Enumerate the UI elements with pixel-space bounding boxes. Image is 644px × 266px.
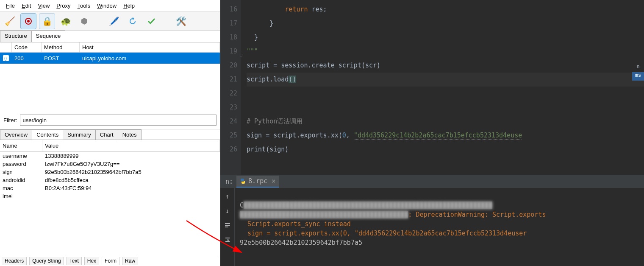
table-row[interactable]: {} 200 POST uicapi.yoloho.com (0, 53, 220, 64)
filter-row: Filter: (0, 111, 220, 129)
view-tabs: Structure Sequence (0, 31, 220, 42)
console-result-hash: 92e5b00b26642b2102359642bf7bb7a5 (240, 239, 362, 246)
tab-contents[interactable]: Contents (32, 129, 63, 140)
tab-summary[interactable]: Summary (63, 129, 96, 140)
cell-name: password (0, 160, 42, 168)
arrow-up-icon[interactable]: ↑ (223, 192, 232, 201)
console-gutter: ↑ ↓ (220, 188, 235, 266)
cell-value: 13388889999 (42, 152, 220, 160)
detail-tabs: Overview Contents Summary Chart Notes (0, 129, 220, 140)
menu-proxy[interactable]: Proxy (54, 2, 73, 10)
tab-raw[interactable]: Raw (122, 257, 138, 265)
cell-host: uicapi.yoloho.com (80, 53, 220, 63)
code-area[interactable]: return res; } }"""script = session.creat… (241, 0, 644, 175)
table-row[interactable]: macB0:2A:43:FC:59:94 (0, 184, 220, 192)
tab-hex[interactable]: Hex (84, 257, 99, 265)
console-tab-prefix: n: (225, 178, 233, 185)
cell-method: POST (42, 53, 80, 63)
table-row[interactable]: username13388889999 (0, 152, 220, 160)
tab-sequence[interactable]: Sequence (31, 31, 66, 42)
console-tab[interactable]: 8.rpc × (236, 176, 279, 188)
request-table-header: Code Method Host (0, 42, 220, 53)
menu-file[interactable]: File (3, 2, 17, 10)
json-icon: {} (0, 53, 12, 63)
refresh-icon[interactable] (125, 13, 141, 29)
table-row[interactable]: androididdfbe8cd5b5cffeca (0, 176, 220, 184)
tab-headers[interactable]: Headers (2, 257, 27, 265)
col-host[interactable]: Host (80, 42, 220, 52)
svg-text:{}: {} (4, 56, 7, 61)
cell-name: androidid (0, 176, 42, 184)
turtle-icon[interactable]: 🐢 (58, 13, 74, 29)
cell-value: 92e5b00b26642b2102359642bf7bb7a5 (42, 168, 220, 176)
line-gutter: 16171819⊟20212223242526 (220, 0, 241, 175)
table-row[interactable]: imei (0, 192, 220, 200)
python-icon (240, 178, 246, 184)
body-format-tabs: Headers Query String Text Hex Form Raw (0, 256, 220, 266)
menu-help[interactable]: Help (121, 2, 137, 10)
hex-icon[interactable] (76, 13, 92, 29)
col-code[interactable]: Code (12, 42, 42, 52)
broom-icon[interactable]: 🧹 (2, 13, 18, 29)
cell-value (42, 192, 220, 200)
tab-query-string[interactable]: Query String (29, 257, 64, 265)
svg-rect-6 (225, 225, 230, 226)
col-method[interactable]: Method (42, 42, 80, 52)
menu-tools[interactable]: Tools (75, 2, 93, 10)
cell-code: 200 (12, 53, 42, 63)
cell-value: Izwi7Fk7u8Ge5O7yV3U27g== (42, 160, 220, 168)
toolbar: 🧹 🔒 🐢 🖊️ 🛠️ (0, 12, 220, 31)
tab-chart[interactable]: Chart (95, 129, 118, 140)
request-table: Code Method Host {} 200 POST uicapi.yolo… (0, 42, 220, 64)
cell-name: mac (0, 184, 42, 192)
tab-notes[interactable]: Notes (118, 129, 142, 140)
name-value-table: Name Value username13388889999passwordIz… (0, 140, 220, 200)
editor-right-markers: n ms (632, 64, 644, 81)
menu-view[interactable]: View (35, 2, 52, 10)
soft-wrap-icon[interactable] (223, 221, 232, 230)
filter-input[interactable] (20, 115, 217, 126)
svg-point-1 (27, 20, 30, 22)
code-editor-window: 16171819⊟20212223242526 return res; } }"… (220, 0, 644, 266)
menu-bar: File Edit View Proxy Tools Window Help (0, 0, 220, 12)
svg-marker-2 (81, 18, 87, 25)
menu-edit[interactable]: Edit (19, 2, 33, 10)
console-tabs: n: 8.rpc × (220, 175, 644, 188)
check-icon[interactable] (143, 13, 159, 29)
cell-name: sign (0, 168, 42, 176)
tab-overview[interactable]: Overview (0, 129, 32, 140)
arrow-down-icon[interactable]: ↓ (223, 207, 232, 215)
lock-icon[interactable]: 🔒 (39, 13, 55, 29)
tab-text[interactable]: Text (67, 257, 82, 265)
table-row[interactable]: sign92e5b00b26642b2102359642bf7bb7a5 (0, 168, 220, 176)
cell-value: B0:2A:43:FC:59:94 (42, 184, 220, 192)
svg-rect-7 (225, 227, 228, 227)
cell-name: username (0, 152, 42, 160)
tab-structure[interactable]: Structure (0, 31, 32, 42)
debugging-proxy-window: File Edit View Proxy Tools Window Help 🧹… (0, 0, 220, 266)
col-value[interactable]: Value (42, 140, 220, 151)
console-output[interactable]: C███████████████████████████████████████… (235, 188, 644, 266)
cell-name: imei (0, 192, 42, 200)
col-name[interactable]: Name (0, 140, 42, 151)
menu-window[interactable]: Window (94, 2, 119, 10)
wrench-icon[interactable]: 🛠️ (173, 13, 189, 29)
table-row[interactable]: passwordIzwi7Fk7u8Ge5O7yV3U27g== (0, 160, 220, 168)
pencil-icon[interactable]: 🖊️ (106, 13, 122, 29)
svg-rect-5 (225, 223, 230, 224)
scroll-to-end-icon[interactable] (223, 235, 232, 244)
code-editor[interactable]: 16171819⊟20212223242526 return res; } }"… (220, 0, 644, 175)
console-tab-label: 8.rpc (248, 177, 267, 185)
cell-value: dfbe8cd5b5cffeca (42, 176, 220, 184)
run-console: n: 8.rpc × ↑ ↓ C████████████████████████… (220, 175, 644, 266)
record-icon[interactable] (20, 13, 36, 29)
tab-form[interactable]: Form (102, 257, 119, 265)
close-icon[interactable]: × (272, 177, 275, 185)
filter-label: Filter: (3, 117, 17, 123)
